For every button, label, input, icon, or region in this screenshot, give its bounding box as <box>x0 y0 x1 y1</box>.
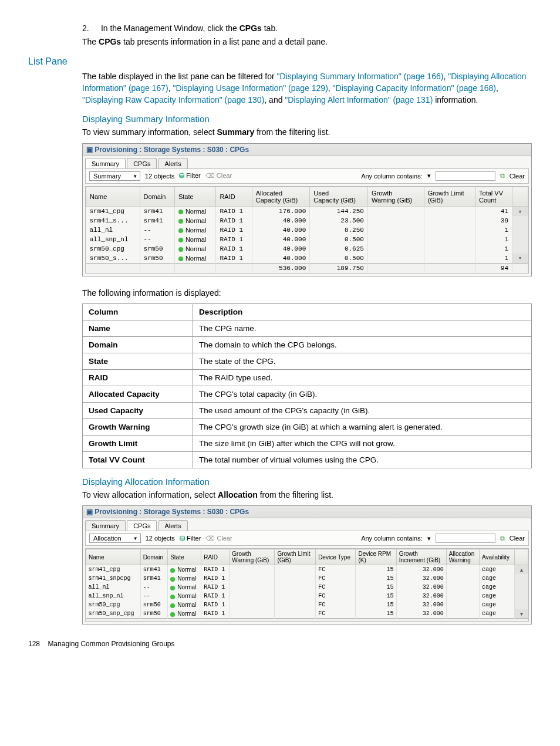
col-header[interactable]: Device Type <box>316 549 356 565</box>
object-count: 12 objects <box>146 535 175 542</box>
link-usage-info[interactable]: "Displaying Usage Information" (page 129… <box>173 83 328 93</box>
search-input[interactable] <box>436 171 495 181</box>
clear-filter-button[interactable]: ⌫ Clear <box>205 535 232 542</box>
scrollbar[interactable]: ▾ <box>512 254 528 264</box>
scrollbar[interactable] <box>512 244 528 254</box>
state-dot-icon <box>170 568 175 573</box>
section-title-allocation: Displaying Allocation Information <box>82 477 532 487</box>
search-input[interactable] <box>436 534 495 543</box>
col-header[interactable]: GrowthWarning (GiB) <box>230 549 275 565</box>
col-header[interactable]: State <box>174 187 215 206</box>
link-capacity-info[interactable]: "Displaying Capacity Information" (page … <box>333 83 496 93</box>
col-header[interactable]: Growth Limit(GiB) <box>424 187 475 206</box>
col-header[interactable]: GrowthIncrement (GiB) <box>396 549 446 565</box>
numbered-step: 2. In the Management Window, click the C… <box>82 23 532 33</box>
object-count: 12 objects <box>145 173 174 180</box>
state-dot-icon <box>170 595 175 599</box>
intro-paragraph: The table displayed in the list pane can… <box>82 70 532 106</box>
table-row[interactable]: srm50_snp_cpgsrm50NormalRAID 1FC1532.000… <box>86 609 528 619</box>
col-header[interactable]: State <box>168 549 201 565</box>
state-dot-icon <box>178 228 183 233</box>
clear-filter-button[interactable]: ⌫ Clear <box>205 172 232 180</box>
scrollbar[interactable] <box>512 235 528 244</box>
scrollbar[interactable] <box>515 583 528 592</box>
col-header[interactable]: Availability <box>479 549 514 565</box>
info-row: RAIDThe RAID type used. <box>83 370 532 386</box>
col-header[interactable]: Name <box>86 187 140 206</box>
clear-search-button[interactable]: Clear <box>510 173 525 180</box>
col-header[interactable]: UsedCapacity (GiB) <box>310 187 368 206</box>
info-row: NameThe CPG name. <box>83 320 532 337</box>
copy-icon[interactable]: ⧉ <box>500 535 505 542</box>
scrollbar[interactable]: ▴ <box>512 206 528 216</box>
view-select[interactable]: Allocation <box>89 534 141 543</box>
col-header[interactable]: Domain <box>140 549 168 565</box>
col-header[interactable]: Device RPM(K) <box>356 549 396 565</box>
app-icon: ▣ <box>86 508 95 516</box>
grid-wrap: NameDomainStateRAIDAllocatedCapacity (Gi… <box>85 186 529 274</box>
table-row[interactable]: srm41_cpgsrm41NormalRAID 1FC1532.000cage… <box>86 565 528 575</box>
scrollbar[interactable] <box>515 592 528 600</box>
state-dot-icon <box>170 586 175 590</box>
scrollbar-header <box>512 187 528 206</box>
contains-dropdown-icon[interactable]: ▾ <box>427 172 431 180</box>
app-icon: ▣ <box>86 146 95 154</box>
table-row[interactable]: srm50_s...srm50NormalRAID 140.0000.5001▾ <box>86 254 528 264</box>
table-row[interactable]: srm41_cpgsrm41NormalRAID 1176.000144.250… <box>86 206 528 216</box>
scrollbar[interactable] <box>515 600 528 609</box>
copy-icon[interactable]: ⧉ <box>500 172 505 180</box>
col-header[interactable]: AllocationWarning <box>446 549 479 565</box>
screenshot-allocation: ▣ Provisioning : Storage Systems : S030 … <box>82 505 532 625</box>
table-row[interactable]: srm50_cpgsrm50NormalRAID 140.0000.6251 <box>86 244 528 254</box>
table-row[interactable]: all_snp_nl--NormalRAID 140.0000.5001 <box>86 235 528 244</box>
table-row[interactable]: srm41_snpcpgsrm41NormalRAID 1FC1532.000c… <box>86 574 528 583</box>
filter-button[interactable]: ⛁ Filter <box>179 172 201 180</box>
grid-wrap: NameDomainStateRAIDGrowthWarning (GiB)Gr… <box>85 548 529 622</box>
link-alert-info[interactable]: "Displaying Alert Information" (page 131… <box>285 95 433 104</box>
table-row[interactable]: all_snp_nl--NormalRAID 1FC1532.000cage <box>86 592 528 600</box>
step-text: In the Management Window, click the CPGs… <box>101 23 278 33</box>
col-header[interactable]: AllocatedCapacity (GiB) <box>252 187 310 206</box>
state-dot-icon <box>178 210 183 214</box>
clear-search-button[interactable]: Clear <box>510 535 525 542</box>
view-select[interactable]: Summary <box>89 171 140 181</box>
col-header[interactable]: Total VVCount <box>475 187 512 206</box>
col-header[interactable]: Domain <box>140 187 174 206</box>
tab-alerts[interactable]: Alerts <box>158 520 188 531</box>
page-number: 128 <box>28 640 40 648</box>
link-summary-info[interactable]: "Displaying Summary Information" (page 1… <box>277 72 444 81</box>
scrollbar[interactable] <box>512 225 528 235</box>
info-row: Used CapacityThe used amount of the CPG'… <box>83 403 532 419</box>
state-dot-icon <box>170 603 175 608</box>
eraser-icon: ⌫ <box>205 535 217 542</box>
toolbar: Allocation 12 objects ⛁ Filter ⌫ Clear A… <box>85 531 529 546</box>
table-row[interactable]: all_nl--NormalRAID 140.0008.2501 <box>86 225 528 235</box>
tab-alerts[interactable]: Alerts <box>158 158 188 168</box>
scrollbar[interactable]: ▴ <box>515 565 528 575</box>
filter-button[interactable]: ⛁ Filter <box>180 535 201 542</box>
table-row[interactable]: all_nl--NormalRAID 1FC1532.000cage <box>86 583 528 592</box>
contains-dropdown-icon[interactable]: ▾ <box>427 535 431 542</box>
scrollbar[interactable]: ▾ <box>515 609 528 619</box>
link-raw-capacity-info[interactable]: "Displaying Raw Capacity Information" (p… <box>82 95 264 104</box>
tab-summary[interactable]: Summary <box>85 520 126 531</box>
filter-icon: ⛁ <box>179 172 186 179</box>
tab-cpgs[interactable]: CPGs <box>127 520 157 531</box>
col-header[interactable]: Name <box>86 549 141 565</box>
list-pane-heading: List Pane <box>28 56 532 67</box>
table-row[interactable]: srm50_cpgsrm50NormalRAID 1FC1532.000cage <box>86 600 528 609</box>
state-dot-icon <box>178 256 183 261</box>
filter-icon: ⛁ <box>180 535 187 542</box>
contains-label: Any column contains: <box>361 535 423 542</box>
tab-cpgs[interactable]: CPGs <box>127 158 157 168</box>
tab-summary[interactable]: Summary <box>85 158 126 168</box>
scrollbar[interactable] <box>515 574 528 583</box>
scrollbar[interactable] <box>512 216 528 225</box>
table-row[interactable]: srm41_s...srm41NormalRAID 140.00023.5003… <box>86 216 528 225</box>
col-header[interactable]: GrowthWarning (GiB) <box>367 187 424 206</box>
col-header[interactable]: Growth Limit(GiB) <box>275 549 316 565</box>
info-row: Total VV CountThe total number of virtua… <box>83 452 532 468</box>
col-header[interactable]: RAID <box>216 187 252 206</box>
toolbar: Summary 12 objects ⛁ Filter ⌫ Clear Any … <box>85 168 529 184</box>
col-header[interactable]: RAID <box>201 549 230 565</box>
